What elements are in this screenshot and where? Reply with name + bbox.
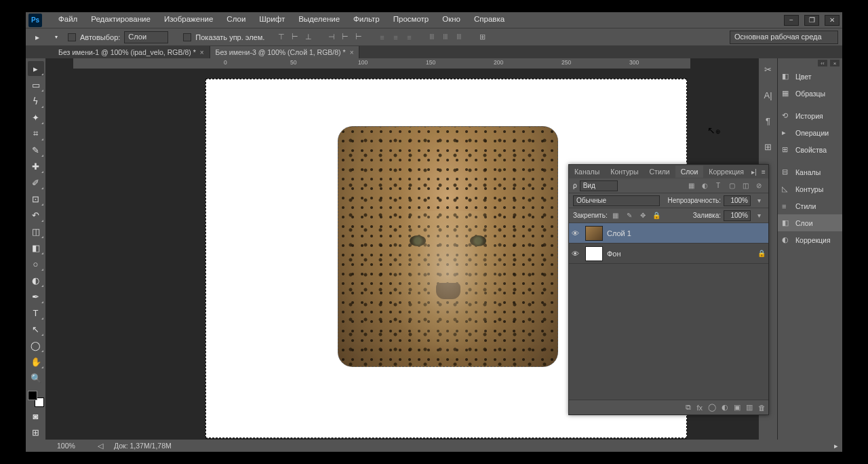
panel-channels[interactable]: ⊟Каналы xyxy=(778,163,842,180)
shape-tool[interactable]: ◯ xyxy=(28,338,44,353)
pen-tool[interactable]: ✒ xyxy=(28,289,44,304)
menu-file[interactable]: Файл xyxy=(52,14,84,24)
doc-tab-1-close-icon[interactable]: × xyxy=(200,49,204,56)
align-hcenter-icon[interactable]: ⊢ xyxy=(339,31,351,43)
menu-layer[interactable]: Слои xyxy=(220,14,252,24)
panel-paths[interactable]: ◺Контуры xyxy=(778,180,842,197)
gradient-tool[interactable]: ◧ xyxy=(28,240,44,255)
lock-all-icon[interactable]: 🔒 xyxy=(651,210,662,221)
layers-panel-tab-layers[interactable]: Слои xyxy=(675,166,704,178)
blur-tool[interactable]: ○ xyxy=(28,256,44,271)
tool-preset-dropdown[interactable]: ▾ xyxy=(49,30,64,45)
menu-edit[interactable]: Редактирование xyxy=(84,14,157,24)
move-tool[interactable]: ▸ xyxy=(28,61,44,76)
navigator-icon[interactable]: ⊞ xyxy=(762,140,775,153)
layers-panel-tab-channels[interactable]: Каналы xyxy=(569,166,605,178)
panel-collapse-icon[interactable]: ‹‹ xyxy=(818,60,827,66)
panel-styles[interactable]: ≡Стили xyxy=(778,197,842,214)
align-top-icon[interactable]: ⊤ xyxy=(275,31,288,43)
auto-select-checkbox[interactable] xyxy=(68,33,76,41)
panel-properties[interactable]: ⊞Свойства xyxy=(778,141,842,158)
layer-row-2[interactable]: 👁 Фон 🔒 xyxy=(569,244,768,264)
type-tool[interactable]: T xyxy=(28,305,44,320)
history-brush-tool[interactable]: ↶ xyxy=(28,208,44,223)
paragraph-icon[interactable]: ¶ xyxy=(762,114,775,128)
filter-toggle-icon[interactable]: ⊘ xyxy=(753,180,764,191)
hand-tool[interactable]: ✋ xyxy=(28,354,44,369)
doc-tab-2-close-icon[interactable]: × xyxy=(350,49,354,56)
filter-shape-icon[interactable]: ▢ xyxy=(726,180,737,191)
magic-wand-tool[interactable]: ✦ xyxy=(28,110,44,125)
crop-tool[interactable]: ⌗ xyxy=(28,126,44,141)
panel-history[interactable]: ⟲История xyxy=(778,107,842,124)
image-layer-leopard[interactable] xyxy=(338,126,558,367)
eraser-tool[interactable]: ◫ xyxy=(28,224,44,239)
window-maximize-button[interactable]: ❐ xyxy=(804,15,819,26)
screen-mode-toggle[interactable]: ⊞ xyxy=(28,425,44,440)
layer-row-1[interactable]: 👁 Слой 1 xyxy=(569,223,768,244)
align-right-icon[interactable]: ⊢ xyxy=(353,31,365,43)
lock-pixels-icon[interactable]: ✎ xyxy=(624,210,635,221)
status-arrow-icon[interactable]: ▸ xyxy=(834,442,838,450)
filter-smart-icon[interactable]: ◫ xyxy=(740,180,751,191)
filter-pixel-icon[interactable]: ▦ xyxy=(686,180,696,191)
opacity-dropdown-icon[interactable]: ▾ xyxy=(753,195,764,206)
auto-align-icon[interactable]: ⊞ xyxy=(476,31,488,43)
fill-dropdown-icon[interactable]: ▾ xyxy=(753,210,764,221)
zoom-level[interactable]: 100% xyxy=(57,442,87,450)
window-close-button[interactable]: ✕ xyxy=(825,15,840,26)
menu-select[interactable]: Выделение xyxy=(292,14,347,24)
new-fill-layer-icon[interactable]: ◐ xyxy=(722,403,728,412)
layer-thumbnail[interactable] xyxy=(585,226,603,241)
menu-view[interactable]: Просмотр xyxy=(387,14,436,24)
doc-tab-2[interactable]: Без имени-3 @ 100% (Слой 1, RGB/8) * × xyxy=(210,46,360,58)
menu-window[interactable]: Окно xyxy=(435,14,467,24)
new-group-icon[interactable]: ▣ xyxy=(734,403,741,412)
path-tool[interactable]: ↖ xyxy=(28,322,44,336)
panel-layers[interactable]: ◧Слои xyxy=(778,214,842,231)
delete-layer-icon[interactable]: 🗑 xyxy=(758,404,766,412)
align-left-icon[interactable]: ⊣ xyxy=(326,31,338,43)
menu-type[interactable]: Шрифт xyxy=(252,14,292,24)
align-vcenter-icon[interactable]: ⊢ xyxy=(289,31,301,43)
panel-adjustments[interactable]: ◐Коррекция xyxy=(778,231,842,248)
filter-adjustment-icon[interactable]: ◐ xyxy=(699,180,710,191)
lock-position-icon[interactable]: ✥ xyxy=(637,210,648,221)
new-layer-icon[interactable]: ▥ xyxy=(746,403,753,412)
panel-actions[interactable]: ▸Операции xyxy=(778,124,842,141)
doc-info[interactable]: Док: 1,37M/1,78M xyxy=(114,442,172,450)
window-minimize-button[interactable]: − xyxy=(784,15,799,26)
layers-panel-tab-styles[interactable]: Стили xyxy=(644,166,675,178)
layers-panel-tab-adjustments[interactable]: Коррекция xyxy=(703,166,749,178)
menu-filter[interactable]: Фильтр xyxy=(347,14,387,24)
panel-swatches[interactable]: ▦Образцы xyxy=(778,85,842,102)
character-icon[interactable]: A| xyxy=(762,88,775,102)
opacity-input[interactable]: 100% xyxy=(724,195,751,206)
align-bottom-icon[interactable]: ⊥ xyxy=(302,31,315,43)
histogram-icon[interactable]: ✂ xyxy=(762,62,775,76)
layer-mask-icon[interactable]: ◯ xyxy=(708,403,716,412)
panel-color[interactable]: ◧Цвет xyxy=(778,68,842,85)
layer-name[interactable]: Слой 1 xyxy=(607,229,631,237)
doc-tab-1[interactable]: Без имени-1 @ 100% (ipad_velo, RGB/8) * … xyxy=(53,46,210,58)
layer-visibility-icon[interactable]: 👁 xyxy=(572,229,581,237)
layers-panel-collapse-icon[interactable]: ▸| xyxy=(749,168,759,176)
menu-image[interactable]: Изображение xyxy=(157,14,220,24)
zoom-slider-icon[interactable]: ◁ xyxy=(98,442,103,450)
lasso-tool[interactable]: ϟ xyxy=(28,94,44,109)
layer-visibility-icon[interactable]: 👁 xyxy=(572,250,581,258)
layers-floating-panel[interactable]: Каналы Контуры Стили Слои Коррекция ▸| ≡… xyxy=(568,164,769,415)
layer-fx-icon[interactable]: fx xyxy=(696,404,703,412)
panel-close-icon[interactable]: × xyxy=(830,60,840,66)
layer-thumbnail[interactable] xyxy=(585,246,603,261)
filter-type-icon[interactable]: T xyxy=(713,180,724,191)
layer-name[interactable]: Фон xyxy=(607,250,621,258)
dodge-tool[interactable]: ◐ xyxy=(28,273,44,288)
layer-filter-kind[interactable]: Вид xyxy=(580,180,618,191)
lock-transparent-icon[interactable]: ▦ xyxy=(610,210,621,221)
layers-panel-tab-paths[interactable]: Контуры xyxy=(605,166,644,178)
quick-mask-toggle[interactable]: ◙ xyxy=(28,408,44,423)
workspace-switcher[interactable]: Основная рабочая среда xyxy=(730,31,838,44)
clone-stamp-tool[interactable]: ⊡ xyxy=(28,191,44,206)
color-swatches[interactable] xyxy=(28,391,44,407)
